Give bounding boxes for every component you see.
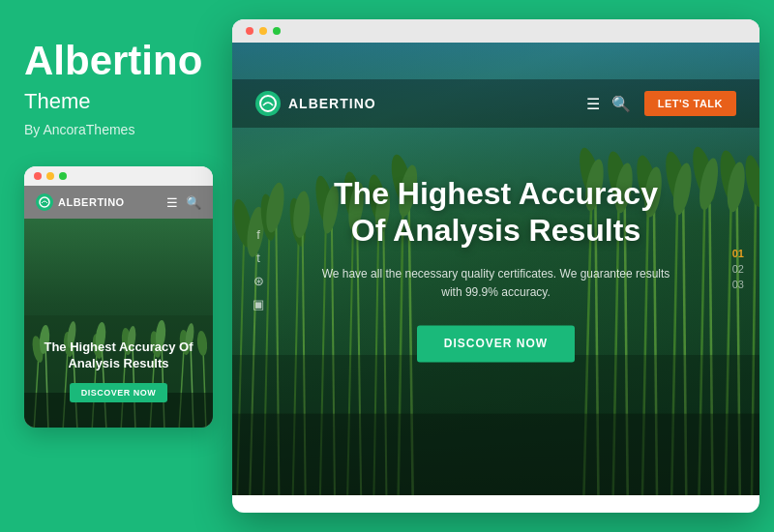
svg-point-29: [260, 96, 276, 111]
desktop-mockup-inner: ALBERTINO ☰ 🔍 LET'S TALK: [232, 43, 759, 495]
desktop-dot-yellow: [259, 27, 267, 35]
desktop-logo: ALBERTINO: [255, 91, 376, 116]
lets-talk-button[interactable]: LET'S TALK: [644, 91, 736, 116]
mobile-cta-button[interactable]: DISCOVER NOW: [70, 383, 168, 402]
desktop-hero-title: The Highest Accuracy Of Analysis Results: [322, 175, 670, 250]
theme-author: By AncoraThemes: [24, 122, 208, 137]
desktop-search-icon[interactable]: 🔍: [611, 95, 631, 113]
desktop-nav-icons: ☰ 🔍: [586, 95, 631, 113]
desktop-social-icons: f t ⊛ ▣: [252, 227, 265, 310]
mobile-nav: ALBERTINO ☰ 🔍: [24, 186, 213, 219]
desktop-hero-subtitle: We have all the necessary quality certif…: [322, 265, 670, 302]
desktop-logo-text: ALBERTINO: [288, 96, 376, 111]
social-twitter-icon[interactable]: t: [252, 251, 265, 264]
mobile-logo-icon: [36, 193, 53, 211]
mobile-search-icon[interactable]: 🔍: [186, 195, 201, 210]
left-panel: Albertino Theme By AncoraThemes ALBERTIN…: [0, 0, 232, 532]
mobile-menu-icon[interactable]: ☰: [166, 195, 178, 210]
desktop-dots-bar: [232, 19, 759, 43]
desktop-dot-red: [246, 27, 253, 35]
mobile-mockup: ALBERTINO ☰ 🔍: [24, 166, 213, 428]
mobile-hero: The Highest Accuracy Of Analysis Results…: [24, 219, 213, 428]
dot-red: [34, 172, 42, 180]
svg-point-0: [40, 197, 49, 207]
social-dribbble-icon[interactable]: ⊛: [252, 274, 265, 287]
desktop-logo-icon: [255, 91, 281, 116]
mobile-logo: ALBERTINO: [36, 193, 125, 211]
page-num-1[interactable]: 01: [732, 248, 744, 259]
svg-rect-85: [232, 414, 759, 495]
mobile-dots-bar: [24, 166, 213, 186]
mobile-nav-icons: ☰ 🔍: [166, 195, 201, 210]
dot-green-btn: [59, 172, 67, 180]
social-facebook-icon[interactable]: f: [252, 227, 265, 241]
mobile-hero-content: The Highest Accuracy Of Analysis Results…: [36, 340, 201, 402]
desktop-menu-icon[interactable]: ☰: [586, 95, 600, 113]
page-num-3[interactable]: 03: [732, 279, 744, 290]
right-panel: ALBERTINO ☰ 🔍 LET'S TALK: [232, 0, 774, 532]
page-num-2[interactable]: 02: [732, 263, 744, 275]
svg-rect-86: [232, 355, 759, 414]
desktop-hero-content: The Highest Accuracy Of Analysis Results…: [322, 175, 670, 362]
dot-yellow: [46, 172, 54, 180]
mobile-hero-title: The Highest Accuracy Of Analysis Results: [36, 340, 201, 372]
desktop-pagination: 01 02 03: [732, 248, 744, 290]
social-instagram-icon[interactable]: ▣: [252, 297, 265, 310]
desktop-nav: ALBERTINO ☰ 🔍 LET'S TALK: [232, 79, 759, 128]
mobile-logo-text: ALBERTINO: [58, 196, 125, 208]
theme-name: Albertino: [24, 39, 208, 83]
desktop-dot-green: [273, 27, 281, 35]
desktop-nav-right: ☰ 🔍 LET'S TALK: [586, 91, 736, 116]
desktop-cta-button[interactable]: DISCOVER NOW: [417, 326, 575, 363]
desktop-mockup: ALBERTINO ☰ 🔍 LET'S TALK: [232, 19, 759, 513]
theme-label: Theme: [24, 89, 208, 114]
